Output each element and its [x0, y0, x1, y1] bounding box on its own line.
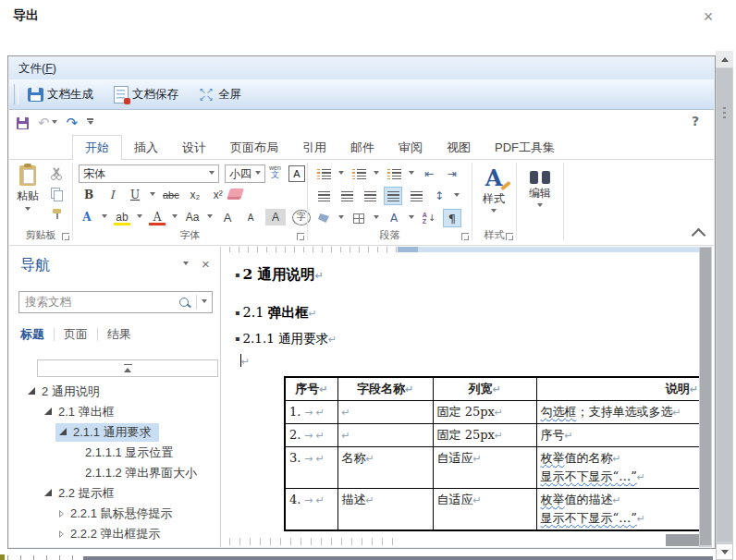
align-center-button[interactable]	[338, 188, 355, 204]
bold-button[interactable]: B	[80, 187, 97, 203]
close-icon[interactable]: ×	[697, 6, 719, 28]
change-case-button[interactable]: Aa	[184, 209, 201, 225]
font-color-button[interactable]: A	[149, 209, 166, 225]
underline-button[interactable]: U	[127, 187, 143, 203]
borders-dropdown-icon[interactable]	[374, 215, 379, 222]
nav-tab-1[interactable]: 标题	[20, 326, 44, 343]
indent-increase-button[interactable]: ⇥	[444, 165, 460, 182]
search-dropdown-icon[interactable]	[202, 299, 207, 306]
file-menu[interactable]: 文件(F)	[9, 61, 66, 77]
font-color-button-dropdown-icon[interactable]	[172, 214, 178, 221]
tree-item-8[interactable]: 2.2.2 弹出框提示	[9, 524, 220, 544]
distribute-button[interactable]	[408, 188, 424, 204]
expanded-triangle-icon[interactable]	[59, 429, 67, 436]
editing-button[interactable]: 编辑	[524, 171, 556, 210]
save-icon[interactable]	[17, 117, 29, 129]
highlight-button[interactable]: ab	[114, 209, 130, 225]
paste-dropdown-icon[interactable]	[25, 207, 31, 213]
ribbon-tab-9[interactable]: PDF工具集	[483, 136, 567, 159]
ribbon-tab-6[interactable]: 邮件	[338, 136, 386, 159]
bullet-list-button[interactable]	[315, 165, 332, 182]
jump-to-top-button[interactable]	[37, 359, 218, 377]
line-spacing-dropdown-icon[interactable]	[454, 193, 460, 200]
change-case-button-dropdown-icon[interactable]	[207, 214, 213, 221]
font-dialog-launcher-icon[interactable]	[297, 233, 304, 240]
doc-generate-button[interactable]: 文档生成	[24, 84, 101, 105]
justify-button[interactable]	[385, 188, 401, 204]
text-effects-button[interactable]: A	[79, 209, 95, 225]
horizontal-scroll-thumb[interactable]	[666, 534, 699, 546]
scroll-up-icon[interactable]	[716, 51, 733, 67]
grow-font-button[interactable]: A	[219, 209, 236, 225]
italic-button[interactable]: I	[104, 187, 120, 203]
fullscreen-button[interactable]: ↖↗↙↘全屏	[195, 84, 249, 105]
ribbon-tab-4[interactable]: 页面布局	[218, 136, 290, 159]
styles-dialog-launcher-icon[interactable]	[506, 233, 513, 240]
strikethrough-button[interactable]: abc	[162, 187, 180, 203]
align-right-button[interactable]	[362, 188, 378, 204]
font-name-combo[interactable]: 宋体	[79, 164, 219, 183]
doc-save-button[interactable]: 文档保存	[110, 83, 186, 106]
align-left-button[interactable]	[315, 188, 332, 204]
outer-vertical-scrollbar[interactable]	[716, 51, 733, 560]
nav-close-icon[interactable]: ×	[202, 256, 210, 272]
tree-item-3[interactable]: 2.1.1 通用要求	[9, 422, 220, 443]
search-icon[interactable]	[179, 298, 189, 307]
redo-icon[interactable]: ↷	[67, 116, 79, 130]
line-spacing-button[interactable]: ↕	[431, 188, 448, 204]
clipboard-dialog-launcher-icon[interactable]	[62, 233, 69, 240]
ribbon-tab-8[interactable]: 视图	[435, 136, 483, 159]
number-list-button[interactable]	[350, 165, 367, 182]
char-scale-button[interactable]: A	[386, 210, 402, 226]
number-list-dropdown-icon[interactable]	[374, 171, 379, 177]
nav-tab-2[interactable]: 页面	[64, 326, 88, 343]
customize-qat-icon[interactable]	[87, 118, 93, 128]
expanded-triangle-icon[interactable]	[44, 490, 52, 497]
copy-button[interactable]	[51, 188, 62, 200]
document-canvas[interactable]: ▪2 通用说明↵▪2.1 弹出框↵▪2.1.1 通用要求↵ ↵ 序号↵字段名称↵…	[227, 247, 699, 547]
scrollbar-thumb[interactable]	[717, 68, 732, 542]
tree-item-1[interactable]: 2 通用说明	[9, 382, 220, 402]
show-marks-button[interactable]: ¶	[444, 210, 460, 226]
document-vertical-scrollbar[interactable]	[699, 247, 712, 547]
tree-item-5[interactable]: 2.1.1.2 弹出界面大小	[9, 463, 220, 483]
character-border-button[interactable]: A	[288, 165, 305, 182]
text-effects-button-dropdown-icon[interactable]	[102, 214, 107, 221]
expanded-triangle-icon[interactable]	[28, 388, 35, 396]
undo-icon[interactable]: ↶	[38, 116, 50, 130]
search-input[interactable]: 搜索文档	[18, 291, 213, 313]
character-shading-button[interactable]: A	[265, 209, 286, 225]
format-painter-button[interactable]	[51, 208, 63, 220]
clear-formatting-button[interactable]	[228, 189, 242, 200]
indent-decrease-button[interactable]: ⇤	[421, 165, 437, 182]
shrink-font-button[interactable]: A	[242, 209, 259, 225]
ribbon-tab-2[interactable]: 插入	[122, 136, 170, 159]
tree-item-7[interactable]: 2.2.1 鼠标悬停提示	[9, 504, 220, 524]
cut-button[interactable]	[50, 167, 63, 180]
multilevel-list-dropdown-icon[interactable]	[409, 171, 414, 177]
paragraph-dialog-launcher-icon[interactable]	[461, 233, 469, 240]
paste-button[interactable]: 粘贴	[11, 162, 44, 217]
collapsed-triangle-icon[interactable]	[59, 530, 64, 538]
tree-item-4[interactable]: 2.1.1.1 显示位置	[9, 443, 220, 463]
undo-dropdown-icon[interactable]	[52, 120, 57, 127]
multilevel-list-button[interactable]	[386, 165, 402, 182]
phonetic-guide-button[interactable]: wén文	[269, 164, 281, 179]
font-size-combo[interactable]: 小四	[225, 164, 265, 183]
bullet-list-dropdown-icon[interactable]	[338, 171, 344, 177]
ribbon-tab-1[interactable]: 开始	[72, 135, 122, 160]
char-scale-dropdown-icon[interactable]	[409, 215, 414, 222]
collapsed-triangle-icon[interactable]	[59, 510, 64, 517]
shading-button[interactable]	[315, 210, 332, 226]
styles-button[interactable]: A 样式	[478, 167, 509, 215]
nav-options-dropdown-icon[interactable]	[183, 262, 189, 268]
document-table[interactable]: 序号↵字段名称↵列宽↵说明↵ 1. → ↵↵固定 25px↵勾选框；支持单选或多…	[284, 376, 699, 531]
borders-button[interactable]	[350, 210, 367, 226]
sort-button[interactable]: AZ↓	[421, 210, 437, 226]
ribbon-tab-3[interactable]: 设计	[170, 136, 218, 159]
tree-item-2[interactable]: 2.1 弹出框	[9, 402, 220, 422]
subscript-button[interactable]: x₂	[187, 187, 203, 203]
document-scroll-thumb[interactable]	[700, 248, 711, 545]
nav-tab-3[interactable]: 结果	[107, 326, 131, 343]
superscript-button[interactable]: x²	[210, 187, 227, 203]
